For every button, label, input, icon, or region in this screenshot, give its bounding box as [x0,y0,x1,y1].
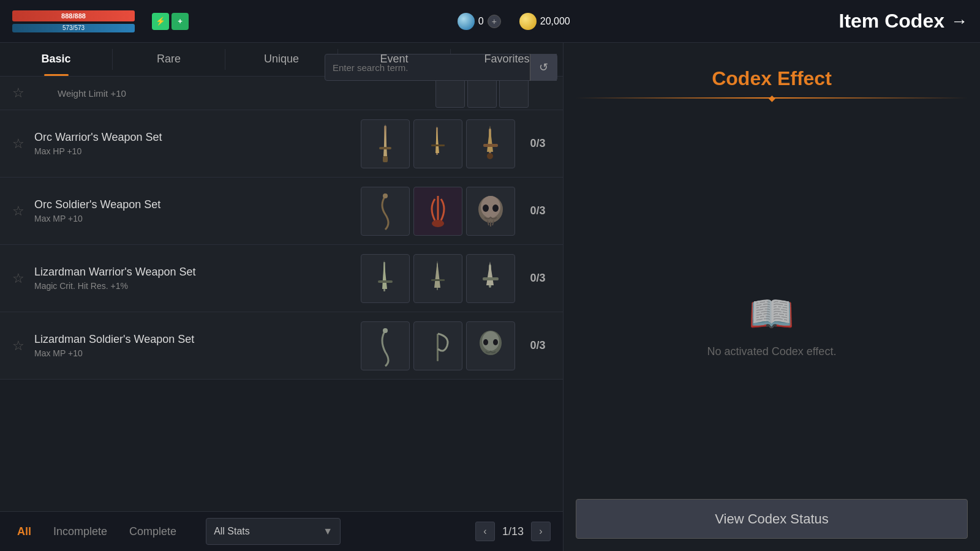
svg-rect-22 [431,279,445,281]
item-images [361,254,515,303]
tab-rare[interactable]: Rare [113,43,225,76]
coin-icon [519,13,537,30]
buff-icon-2: + [172,13,189,30]
item-images [361,321,515,370]
item-image-1 [361,254,410,303]
page-number: 1/13 [502,525,524,538]
list-item[interactable]: ☆ Orc Warrior's Weapon Set Max HP +10 [0,110,563,178]
codex-empty-text: No activated Codex effect. [707,345,837,358]
item-name: Lizardman Soldier's Weapon Set [34,333,353,346]
item-name: Orc Soldier's Weapon Set [34,198,353,211]
item-image-3 [466,187,515,236]
favorite-button[interactable]: ☆ [10,135,27,152]
add-gem-button[interactable]: + [488,15,501,28]
partial-thumb-3 [499,78,529,108]
chevron-down-icon: ▼ [323,526,333,537]
item-image-3 [466,254,515,303]
partial-star-button[interactable]: ☆ [10,84,27,102]
partial-row-images [435,78,529,108]
pagination: ‹ 1/13 › [475,522,551,541]
partial-row-text: Weight Limit +10 [58,88,126,99]
coin-count: 20,000 [540,16,570,27]
partial-row[interactable]: ☆ Weight Limit +10 [0,77,563,110]
filter-incomplete-tab[interactable]: Incomplete [48,523,112,541]
top-bar: 888/888 573/573 ⚡ + 0 + 20,000 Item Code… [0,0,980,43]
left-panel: Basic Rare Unique Event Favorites ☆ [0,43,564,551]
right-panel: Codex Effect 📖 No activated Codex effect… [564,43,980,551]
svg-point-26 [383,328,388,333]
item-count: 0/3 [522,204,553,217]
tab-event[interactable]: Event [338,43,450,76]
item-info: Orc Soldier's Weapon Set Max MP +10 [34,198,353,223]
partial-thumb-2 [467,78,497,108]
codex-effect-title: Codex Effect [712,67,832,90]
svg-marker-8 [487,126,493,152]
item-stat: Magic Crit. Hit Res. +1% [34,281,353,291]
svg-point-16 [492,204,499,212]
item-images [361,119,515,168]
svg-rect-19 [378,280,393,283]
item-stat: Max MP +10 [34,214,353,223]
svg-rect-25 [483,277,499,280]
item-info: Lizardman Warrior's Weapon Set Magic Cri… [34,266,353,291]
item-image-3 [466,119,515,168]
tab-unique[interactable]: Unique [225,43,337,76]
prev-page-button[interactable]: ‹ [475,522,495,541]
item-stat: Max MP +10 [34,348,353,358]
item-images [361,187,515,236]
coin-currency: 20,000 [519,13,570,30]
svg-rect-2 [379,147,391,149]
page-title-area: Item Codex → [839,10,968,32]
buff-icon-1: ⚡ [152,13,169,30]
filter-all-tab[interactable]: All [12,523,36,541]
favorite-button[interactable]: ☆ [10,270,27,287]
main-layout: Basic Rare Unique Event Favorites ☆ [0,43,980,551]
svg-rect-9 [483,144,498,147]
tab-basic[interactable]: Basic [0,43,112,76]
list-item[interactable]: ☆ Orc Soldier's Weapon Set Max MP +10 [0,178,563,245]
book-icon: 📖 [748,292,794,335]
mp-value: 573/573 [12,24,135,32]
stats-dropdown[interactable]: All Stats ▼ [206,518,341,545]
partial-thumb-1 [435,78,465,108]
currency-area: 0 + 20,000 [189,13,839,30]
svg-point-31 [493,339,498,345]
item-count: 0/3 [522,272,553,285]
svg-rect-3 [383,156,388,162]
item-image-1 [361,321,410,370]
tabs: Basic Rare Unique Event Favorites [0,43,563,77]
item-image-2 [413,119,462,168]
item-image-2 [413,254,462,303]
item-count: 0/3 [522,137,553,150]
buff-icons: ⚡ + [152,13,189,30]
item-list: ☆ Weight Limit +10 ☆ Orc Warrior's Weapo… [0,77,563,511]
tab-favorites[interactable]: Favorites [451,43,563,76]
title-arrow-icon: → [951,12,968,31]
view-codex-status-button[interactable]: View Codex Status [576,499,968,539]
svg-rect-27 [437,334,439,361]
codex-empty-state: 📖 No activated Codex effect. [707,111,837,539]
health-bars: 888/888 573/573 [12,10,147,32]
list-item[interactable]: ☆ Lizardman Warrior's Weapon Set Magic C… [0,245,563,312]
item-info: Lizardman Soldier's Weapon Set Max MP +1… [34,333,353,358]
bottom-bar: All Incomplete Complete All Stats ▼ ‹ 1/… [0,511,563,551]
item-count: 0/3 [522,339,553,352]
list-item[interactable]: ☆ Lizardman Soldier's Weapon Set Max MP … [0,312,563,380]
item-image-2 [413,321,462,370]
svg-point-11 [383,193,388,198]
gem-currency: 0 + [458,13,501,30]
item-image-1 [361,119,410,168]
page-title: Item Codex [839,10,944,32]
filter-complete-tab[interactable]: Complete [124,523,181,541]
svg-marker-1 [383,124,387,156]
item-image-2 [413,187,462,236]
next-page-button[interactable]: › [531,522,551,541]
stats-dropdown-label: All Stats [214,526,250,537]
favorite-button[interactable]: ☆ [10,203,27,220]
hp-bar: 888/888 [12,10,135,21]
svg-point-12 [432,220,444,227]
favorite-button[interactable]: ☆ [10,337,27,354]
gem-icon [458,13,475,30]
gem-count: 0 [478,16,484,27]
svg-rect-6 [431,144,445,146]
